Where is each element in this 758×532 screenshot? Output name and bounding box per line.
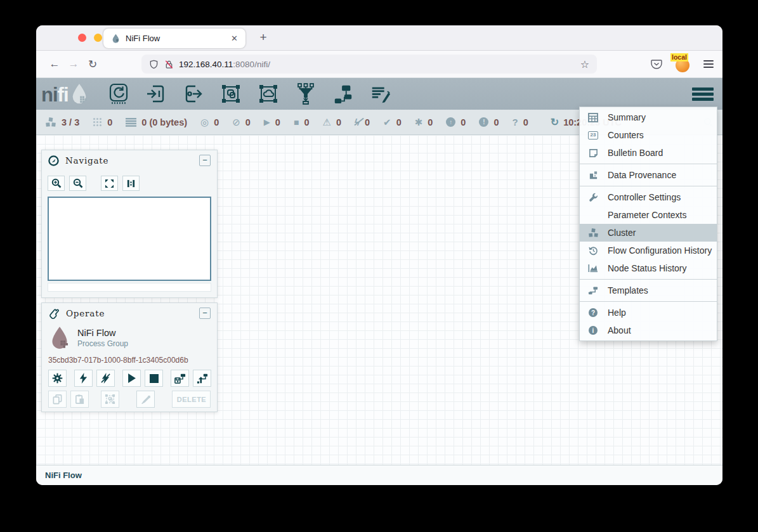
threads-grid-icon	[93, 117, 102, 127]
navigate-collapse-button[interactable]: −	[199, 155, 211, 166]
breadcrumb: NiFi Flow	[36, 465, 722, 485]
operate-panel: Operate − NiFi Flow Process Group 35cbd3…	[41, 302, 218, 412]
menu-item-counters[interactable]: 23 Counters	[580, 126, 717, 144]
navigate-title: Navigate	[65, 155, 108, 165]
browser-toolbar: ← → ↻ 192.168.40.11:8080/nifi/ ☆ local	[36, 51, 722, 78]
back-icon[interactable]: ←	[45, 58, 64, 70]
menu-item-templates[interactable]: Templates	[580, 282, 717, 299]
shield-icon[interactable]	[149, 60, 159, 69]
menu-item-data-provenance[interactable]: Data Provenance	[580, 166, 717, 184]
insecure-lock-icon[interactable]	[164, 60, 174, 69]
zoom-fit-button[interactable]	[101, 176, 118, 191]
cluster-icon	[45, 117, 56, 127]
pocket-icon[interactable]	[650, 58, 663, 70]
menu-item-summary[interactable]: Summary	[580, 108, 717, 126]
save-template-button[interactable]	[171, 370, 189, 387]
component-toolbar	[108, 82, 391, 105]
reload-icon[interactable]: ↻	[83, 58, 102, 71]
nifi-header: nifi	[36, 78, 722, 110]
new-tab-button[interactable]: +	[255, 30, 271, 44]
zoom-actual-button[interactable]	[122, 176, 140, 191]
paste-button[interactable]	[70, 391, 89, 408]
bookmark-star-icon[interactable]: ☆	[580, 58, 589, 70]
queued-stat: 0 (0 bytes)	[126, 117, 187, 127]
menu-item-controller-settings[interactable]: Controller Settings	[580, 188, 717, 206]
invalid-stat: ⚠0	[322, 117, 341, 127]
nifi-favicon	[111, 34, 121, 43]
browser-tab[interactable]: NiFi Flow ✕	[103, 29, 245, 48]
nifi-global-menu-icon[interactable]	[692, 88, 714, 101]
navigate-header: Navigate −	[42, 150, 217, 171]
funnel-drag-icon[interactable]	[295, 82, 317, 105]
operate-collapse-button[interactable]: −	[199, 308, 211, 319]
browser-menu-icon[interactable]	[703, 60, 714, 68]
delete-button[interactable]: DELETE	[172, 391, 211, 408]
forward-icon[interactable]: →	[64, 58, 83, 70]
delete-button-label: DELETE	[177, 396, 206, 403]
toolbar-right: local	[650, 56, 714, 72]
cluster-icon	[587, 228, 599, 238]
breadcrumb-root-link[interactable]: NiFi Flow	[45, 470, 82, 480]
disabled-icon: ϟ	[355, 117, 360, 127]
stale-stat: ↑0	[446, 117, 466, 127]
invalid-icon: ⚠	[322, 117, 330, 127]
global-menu: Summary 23 Counters Bulletin Board Data …	[579, 107, 717, 341]
minimize-window-button[interactable]	[94, 34, 102, 42]
output-port-drag-icon[interactable]	[183, 82, 204, 105]
wrench-icon	[587, 193, 599, 202]
birdseye-handle[interactable]	[48, 283, 211, 292]
stop-button[interactable]	[145, 370, 163, 387]
configuration-button[interactable]	[48, 370, 67, 387]
zoom-in-button[interactable]	[48, 176, 65, 191]
transmitting-icon: ◎	[200, 117, 209, 127]
enable-button[interactable]	[74, 370, 93, 387]
transmitting-stat: ◎0	[200, 117, 219, 127]
input-port-drag-icon[interactable]	[145, 82, 167, 105]
birdseye-view[interactable]	[48, 197, 211, 281]
stopped-icon: ■	[294, 118, 299, 127]
selected-flow-id: 35cbd3b7-017b-1000-8bff-1c3405c00d6b	[48, 356, 211, 365]
menu-item-flow-configuration-history[interactable]: Flow Configuration History	[580, 242, 717, 259]
url-path: :8080/nifi/	[233, 60, 270, 69]
disable-button[interactable]	[96, 370, 115, 387]
template-drag-icon[interactable]	[332, 82, 354, 105]
tab-bar: NiFi Flow ✕ +	[36, 25, 722, 51]
upload-template-button[interactable]	[193, 370, 211, 387]
menu-item-node-status-history[interactable]: Node Status History	[580, 259, 717, 277]
menu-separator	[580, 279, 717, 280]
selected-flow-type: Process Group	[77, 339, 128, 348]
close-window-button[interactable]	[78, 34, 86, 42]
running-icon: ▶	[264, 118, 270, 126]
processor-drag-icon[interactable]	[108, 82, 129, 105]
template-icon	[587, 286, 599, 295]
menu-item-cluster[interactable]: Cluster	[580, 224, 717, 242]
menu-item-bulletin-board[interactable]: Bulletin Board	[580, 144, 717, 162]
menu-separator	[580, 301, 717, 302]
operate-header: Operate −	[42, 303, 217, 323]
start-button[interactable]	[122, 370, 141, 387]
refresh-icon[interactable]: ↻	[551, 116, 559, 128]
url-bar[interactable]: 192.168.40.11:8080/nifi/ ☆	[141, 55, 597, 74]
remote-process-group-drag-icon[interactable]	[258, 82, 279, 105]
copy-button[interactable]	[48, 391, 67, 408]
menu-item-help[interactable]: ? Help	[580, 304, 717, 321]
process-group-drag-icon[interactable]	[220, 82, 242, 105]
nifi-logo-drop-icon	[70, 83, 89, 105]
zoom-out-button[interactable]	[69, 176, 86, 191]
fill-color-button[interactable]	[136, 391, 155, 408]
menu-separator	[580, 164, 717, 164]
operate-title: Operate	[66, 308, 105, 318]
connected-nodes-stat: 3 / 3	[45, 117, 79, 127]
browser-window: NiFi Flow ✕ + ← → ↻ 192.168.40.11:8080/n…	[36, 25, 722, 485]
menu-item-parameter-contexts[interactable]: Parameter Contexts	[580, 206, 717, 224]
label-drag-icon[interactable]	[370, 82, 391, 105]
group-selection-button[interactable]	[101, 391, 119, 408]
nifi-logo: nifi	[41, 83, 89, 105]
menu-item-about[interactable]: i About	[580, 321, 717, 339]
counters-icon: 23	[587, 131, 599, 139]
up-to-date-icon: ✔	[383, 117, 391, 127]
tab-close-icon[interactable]: ✕	[231, 34, 238, 43]
profile-avatar[interactable]: local	[676, 56, 691, 72]
menu-separator	[580, 186, 717, 186]
profile-badge: local	[670, 53, 688, 62]
